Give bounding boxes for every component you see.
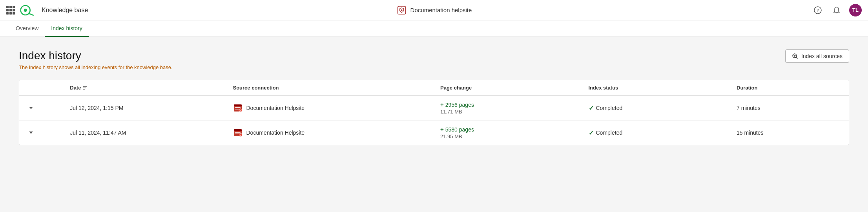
table-header-row: Date Source connection Page change Index… [19,80,849,96]
page-title-area: Index history The index history shows al… [19,49,173,70]
tab-bar: Overview Index history [0,20,868,37]
th-expand [19,80,64,96]
th-date[interactable]: Date [64,80,226,96]
page-change-count: + 5580 pages [440,126,576,133]
svg-rect-21 [235,132,241,133]
date-cell: Jul 11, 2024, 11:47 AM [64,121,226,145]
svg-rect-16 [235,109,239,110]
page-subtitle: The index history shows all indexing eve… [19,64,173,70]
nav-right: ? TL [811,4,862,16]
svg-line-8 [796,57,797,58]
sort-icon [82,85,88,91]
source-cell: M Documentation Helpsite [227,96,434,121]
source-icon: M [233,128,243,137]
svg-rect-14 [234,104,242,106]
tab-index-history[interactable]: Index history [45,20,88,37]
page-change-size: 11.71 MB [440,109,576,115]
source-cell: M Documentation Helpsite [227,121,434,145]
app-title: Knowledge base [42,7,88,14]
expand-cell[interactable] [19,121,64,145]
top-navigation: Knowledge base Documentation helpsite ? … [0,0,868,20]
grid-menu-icon[interactable] [6,6,15,15]
index-all-label: Index all sources [801,53,842,59]
table-row: Jul 11, 2024, 11:47 AM M Documentation H… [19,121,849,145]
checkmark-icon: ✓ [589,129,594,137]
svg-text:M: M [239,134,241,137]
center-label: Documentation helpsite [410,7,472,13]
th-pagechange: Page change [434,80,582,96]
index-history-table: Date Source connection Page change Index… [19,80,849,145]
page-title: Index history [19,49,173,62]
duration-cell: 7 minutes [730,96,849,121]
status-cell: ✓ Completed [582,96,731,121]
th-source: Source connection [227,80,434,96]
expand-cell[interactable] [19,96,64,121]
index-icon [792,53,798,59]
nav-center: Documentation helpsite [396,5,472,16]
source-icon: M [233,103,243,113]
svg-rect-20 [234,129,242,131]
svg-text:?: ? [817,7,819,13]
helpsite-icon [396,5,407,16]
chevron-down-icon [29,107,33,109]
pagechange-cell: + 5580 pages 21.95 MB [434,121,582,145]
svg-point-4 [401,9,403,11]
th-status: Index status [582,80,731,96]
expand-button[interactable] [26,102,36,113]
th-duration: Duration [730,80,849,96]
source-name: Documentation Helpsite [246,130,305,136]
checkmark-icon: ✓ [589,104,594,112]
chevron-down-icon [29,132,33,134]
svg-line-2 [29,13,33,15]
svg-rect-22 [235,133,239,134]
status-label: Completed [596,130,623,136]
table-row: Jul 12, 2024, 1:15 PM M Documentation He… [19,96,849,121]
page-change-count: + 2956 pages [440,101,576,108]
index-all-sources-button[interactable]: Index all sources [785,49,849,63]
main-content: Index history The index history shows al… [0,37,868,212]
page-change-size: 21.95 MB [440,133,576,139]
qlik-logo[interactable] [20,5,35,16]
svg-point-1 [24,9,27,12]
help-icon[interactable]: ? [811,4,824,16]
svg-text:M: M [239,110,241,112]
page-header: Index history The index history shows al… [19,49,849,70]
pagechange-cell: + 2956 pages 11.71 MB [434,96,582,121]
source-name: Documentation Helpsite [246,105,305,111]
expand-button[interactable] [26,127,36,138]
notifications-icon[interactable] [830,4,843,16]
user-avatar[interactable]: TL [849,4,862,16]
duration-cell: 15 minutes [730,121,849,145]
tab-overview[interactable]: Overview [9,20,45,37]
svg-rect-15 [235,107,241,108]
status-label: Completed [596,105,623,111]
status-cell: ✓ Completed [582,121,731,145]
date-cell: Jul 12, 2024, 1:15 PM [64,96,226,121]
